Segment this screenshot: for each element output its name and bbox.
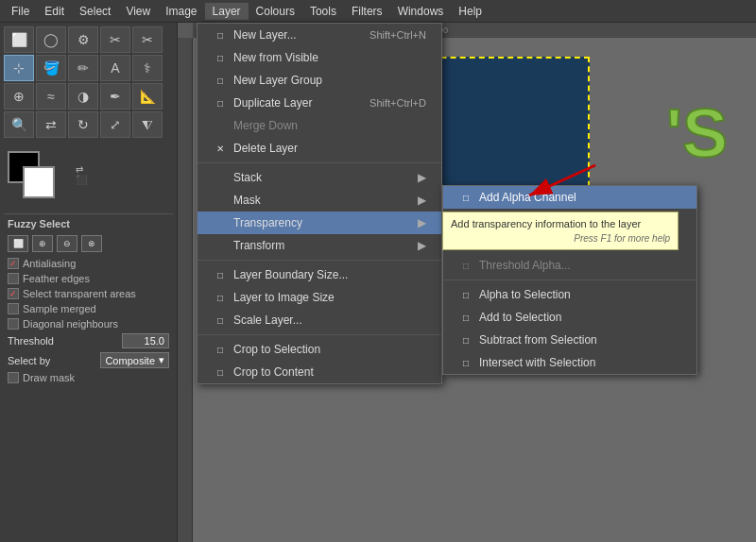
menu-view[interactable]: View — [118, 3, 158, 20]
menu-duplicate-layer[interactable]: □ Duplicate Layer Shift+Ctrl+D — [198, 92, 441, 114]
menu-filters[interactable]: Filters — [344, 3, 390, 20]
mask-arrow: ▶ — [418, 194, 426, 207]
feather-edges-checkbox[interactable] — [8, 273, 19, 284]
color-preview[interactable] — [8, 151, 55, 198]
sample-merged-checkbox[interactable] — [8, 303, 19, 314]
new-layer-group-icon: □ — [213, 73, 228, 88]
menu-crop-to-content[interactable]: □ Crop to Content — [198, 361, 441, 383]
select-transparent-checkbox[interactable] — [8, 288, 19, 299]
menu-alpha-to-selection[interactable]: □ Alpha to Selection — [443, 283, 696, 306]
menu-stack[interactable]: Stack ▶ — [198, 166, 441, 189]
menu-file[interactable]: File — [4, 3, 37, 20]
alpha-to-selection-label: Alpha to Selection — [479, 288, 571, 301]
alpha-to-selection-icon: □ — [458, 287, 473, 302]
tool-rotate[interactable]: ↻ — [68, 111, 98, 138]
tool-foreground-select[interactable]: ✂ — [100, 26, 130, 53]
stack-arrow: ▶ — [418, 171, 426, 184]
crop-to-content-label: Crop to Content — [233, 365, 314, 379]
menu-image[interactable]: Image — [158, 3, 204, 20]
color-swap-icon[interactable]: ⇄ — [76, 164, 87, 175]
menu-transform[interactable]: Transform ▶ — [198, 234, 441, 257]
tool-ellipse-select[interactable]: ◯ — [36, 26, 66, 53]
mode-add[interactable]: ⊕ — [32, 235, 53, 252]
subtract-from-selection-label: Subtract from Selection — [479, 333, 597, 347]
tool-clone[interactable]: ⊕ — [4, 83, 34, 110]
merge-down-label: Merge Down — [233, 119, 298, 132]
tool-dodge[interactable]: ◑ — [68, 83, 98, 110]
color-reset-icon[interactable]: ⬛ — [76, 175, 87, 185]
menu-layer-to-image-size[interactable]: □ Layer to Image Size — [198, 286, 441, 309]
threshold-input[interactable]: 15.0 — [122, 333, 169, 348]
menu-intersect-with-selection[interactable]: □ Intersect with Selection — [443, 351, 696, 374]
stack-label: Stack — [233, 171, 262, 184]
menu-add-to-selection[interactable]: □ Add to Selection — [443, 306, 696, 329]
menu-crop-to-selection[interactable]: □ Crop to Selection — [198, 338, 441, 361]
tool-scale[interactable]: ⤢ — [100, 111, 130, 138]
merge-down-icon — [213, 118, 228, 133]
color-background[interactable] — [23, 166, 55, 198]
sample-merged-label: Sample merged — [23, 303, 96, 314]
separator-2 — [198, 260, 441, 261]
layer-boundary-size-label: Layer Boundary Size... — [233, 268, 348, 281]
menu-scale-layer[interactable]: □ Scale Layer... — [198, 309, 441, 331]
tool-smudge[interactable]: ≈ — [36, 83, 66, 110]
new-layer-label: New Layer... — [233, 28, 297, 42]
menu-new-layer-group[interactable]: □ New Layer Group — [198, 69, 441, 92]
menu-windows[interactable]: Windows — [390, 3, 452, 20]
tool-scissors[interactable]: ✂ — [132, 26, 163, 53]
tool-color-picker[interactable]: 🪣 — [36, 55, 66, 81]
crop-to-content-icon: □ — [213, 364, 228, 380]
tool-grid: ⬜ ◯ ⚙ ✂ ✂ ⊹ 🪣 ✏ A ⚕ ⊕ ≈ ◑ ✒ 📐 🔍 ⇄ ↻ ⤢ ⧨ — [4, 26, 173, 138]
select-by-value: Composite — [105, 355, 155, 366]
menu-edit[interactable]: Edit — [37, 3, 72, 20]
tool-ink[interactable]: ✒ — [100, 83, 130, 110]
menu-mask[interactable]: Mask ▶ — [198, 189, 441, 212]
menu-colours[interactable]: Colours — [249, 3, 302, 20]
mode-intersect[interactable]: ⊗ — [81, 235, 102, 252]
tool-options-panel: Fuzzy Select ⬜ ⊕ ⊖ ⊗ Antialiasing Feathe… — [4, 213, 173, 391]
menu-threshold-alpha: □ Threshold Alpha... — [443, 254, 696, 277]
intersect-with-selection-icon: □ — [458, 355, 473, 370]
draw-mask-checkbox[interactable] — [8, 372, 19, 383]
tool-text[interactable]: A — [100, 55, 130, 81]
menu-new-from-visible[interactable]: □ New from Visible — [198, 46, 441, 69]
add-alpha-channel-icon: □ — [458, 190, 473, 205]
scale-layer-label: Scale Layer... — [233, 313, 302, 327]
feather-edges-row: Feather edges — [8, 273, 169, 284]
tool-shear[interactable]: ⧨ — [132, 111, 163, 138]
menu-merge-down: Merge Down — [198, 114, 441, 137]
tool-rect-select[interactable]: ⬜ — [4, 26, 34, 53]
tool-title: Fuzzy Select — [8, 218, 169, 229]
tool-free-select[interactable]: ⚙ — [68, 26, 98, 53]
mode-subtract[interactable]: ⊖ — [57, 235, 77, 252]
antialiasing-checkbox[interactable] — [8, 258, 19, 269]
tool-zoom[interactable]: 🔍 — [4, 111, 34, 138]
menu-help[interactable]: Help — [451, 3, 490, 20]
menu-new-layer[interactable]: □ New Layer... Shift+Ctrl+N — [198, 24, 441, 46]
tool-paths[interactable]: ✏ — [68, 55, 98, 81]
menu-layer[interactable]: Layer — [205, 3, 249, 20]
menu-delete-layer[interactable]: ✕ Delete Layer — [198, 137, 441, 160]
menu-layer-boundary-size[interactable]: □ Layer Boundary Size... — [198, 263, 441, 286]
delete-layer-icon: ✕ — [213, 141, 228, 156]
tool-fuzzy-select[interactable]: ⊹ — [4, 55, 34, 81]
tool-measure[interactable]: 📐 — [132, 83, 163, 110]
add-to-selection-label: Add to Selection — [479, 311, 561, 324]
canvas-text: 'S — [666, 94, 728, 172]
draw-mask-label: Draw mask — [23, 372, 75, 383]
layer-boundary-size-icon: □ — [213, 267, 228, 282]
diagonal-neighbours-checkbox[interactable] — [8, 318, 19, 330]
tool-heal[interactable]: ⚕ — [132, 55, 163, 81]
layer-to-image-size-label: Layer to Image Size — [233, 291, 335, 304]
menu-select[interactable]: Select — [72, 3, 118, 20]
menu-tools[interactable]: Tools — [302, 3, 344, 20]
menu-subtract-from-selection[interactable]: □ Subtract from Selection — [443, 329, 696, 351]
mode-replace[interactable]: ⬜ — [8, 235, 28, 252]
select-by-row: Select by Composite ▾ — [8, 352, 169, 368]
add-alpha-channel-label: Add Alpha Channel — [479, 191, 576, 204]
menu-transparency[interactable]: Transparency ▶ — [198, 212, 441, 234]
tool-flip[interactable]: ⇄ — [36, 111, 66, 138]
menu-add-alpha-channel[interactable]: □ Add Alpha Channel — [443, 186, 696, 209]
select-by-dropdown[interactable]: Composite ▾ — [100, 352, 169, 368]
select-by-label: Select by — [8, 355, 50, 366]
